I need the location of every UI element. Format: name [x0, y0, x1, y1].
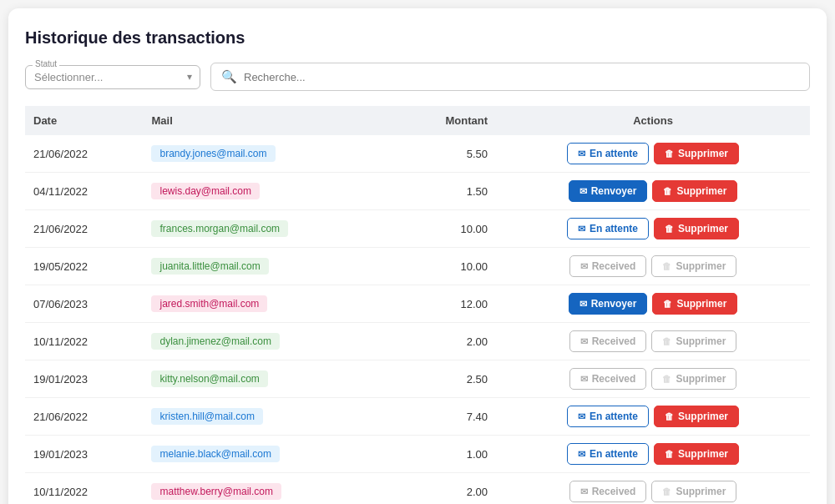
cell-actions: ✉Renvoyer🗑Supprimer	[496, 173, 810, 210]
cell-actions: ✉Received🗑Supprimer	[496, 248, 810, 285]
cell-mail: jared.smith@mail.com	[143, 285, 397, 323]
en-attente-button[interactable]: ✉En attente	[567, 443, 649, 465]
en-attente-button[interactable]: ✉En attente	[567, 143, 649, 164]
cell-mail: matthew.berry@mail.com	[143, 473, 397, 505]
cell-amount: 2.50	[398, 360, 496, 398]
cell-mail: brandy.jones@mail.com	[143, 135, 397, 173]
header-amount: Montant	[398, 106, 496, 135]
cell-date: 07/06/2023	[25, 285, 143, 323]
trash-icon: 🗑	[662, 486, 671, 496]
cell-actions: ✉Renvoyer🗑Supprimer	[496, 285, 810, 323]
supprimer-button[interactable]: 🗑Supprimer	[654, 443, 739, 465]
table-row: 19/01/2023melanie.black@mail.com1.00✉En …	[25, 436, 810, 473]
renvoyer-button[interactable]: ✉Renvoyer	[569, 180, 648, 202]
filters-row: Statut Sélectionner... ▾ 🔍	[25, 63, 810, 91]
status-select-value: Sélectionner...	[34, 71, 103, 83]
mail-badge: kristen.hill@mail.com	[151, 408, 263, 425]
status-select[interactable]: Statut Sélectionner... ▾	[25, 65, 200, 89]
table-header-row: Date Mail Montant Actions	[25, 106, 810, 135]
supprimer-button[interactable]: 🗑Supprimer	[651, 330, 736, 352]
received-button[interactable]: ✉Received	[569, 330, 647, 352]
mail-badge: dylan.jimenez@mail.com	[151, 333, 280, 350]
supprimer-button[interactable]: 🗑Supprimer	[654, 406, 739, 427]
table-row: 19/01/2023kitty.nelson@mail.com2.50✉Rece…	[25, 360, 810, 398]
cell-amount: 2.00	[398, 473, 496, 505]
cell-mail: melanie.black@mail.com	[143, 436, 397, 473]
envelope-icon: ✉	[580, 336, 588, 347]
cell-amount: 10.00	[398, 210, 496, 248]
trash-icon: 🗑	[663, 186, 672, 196]
cell-date: 04/11/2022	[25, 173, 143, 210]
envelope-icon: ✉	[579, 186, 587, 197]
supprimer-button[interactable]: 🗑Supprimer	[654, 218, 739, 239]
cell-mail: kristen.hill@mail.com	[143, 398, 397, 436]
envelope-icon: ✉	[578, 224, 585, 234]
supprimer-button[interactable]: 🗑Supprimer	[654, 143, 739, 164]
trash-icon: 🗑	[662, 374, 671, 384]
table-row: 04/11/2022lewis.day@mail.com1.50✉Renvoye…	[25, 173, 810, 210]
envelope-icon: ✉	[580, 261, 588, 272]
cell-date: 21/06/2022	[25, 135, 143, 173]
trash-icon: 🗑	[665, 224, 674, 234]
mail-badge: brandy.jones@mail.com	[151, 145, 275, 162]
cell-date: 10/11/2022	[25, 473, 143, 505]
cell-actions: ✉En attente🗑Supprimer	[496, 436, 810, 473]
cell-amount: 5.50	[398, 135, 496, 173]
cell-date: 10/11/2022	[25, 323, 143, 360]
cell-amount: 12.00	[398, 285, 496, 323]
table-row: 07/06/2023jared.smith@mail.com12.00✉Renv…	[25, 285, 810, 323]
envelope-icon: ✉	[580, 374, 588, 385]
supprimer-button[interactable]: 🗑Supprimer	[651, 481, 736, 502]
cell-mail: lewis.day@mail.com	[143, 173, 397, 210]
table-row: 10/11/2022matthew.berry@mail.com2.00✉Rec…	[25, 473, 810, 505]
search-input[interactable]	[244, 71, 799, 83]
cell-actions: ✉En attente🗑Supprimer	[496, 398, 810, 436]
cell-amount: 1.00	[398, 436, 496, 473]
received-button[interactable]: ✉Received	[569, 481, 647, 502]
mail-badge: lewis.day@mail.com	[151, 183, 260, 199]
envelope-icon: ✉	[579, 299, 587, 310]
received-button[interactable]: ✉Received	[569, 255, 647, 277]
en-attente-button[interactable]: ✉En attente	[567, 406, 649, 427]
header-mail: Mail	[143, 106, 397, 135]
mail-badge: frances.morgan@mail.com	[151, 220, 288, 237]
trash-icon: 🗑	[662, 261, 671, 271]
mail-badge: kitty.nelson@mail.com	[151, 370, 267, 387]
envelope-icon: ✉	[580, 486, 588, 497]
table-row: 21/06/2022frances.morgan@mail.com10.00✉E…	[25, 210, 810, 248]
cell-mail: frances.morgan@mail.com	[143, 210, 397, 248]
supprimer-button[interactable]: 🗑Supprimer	[652, 293, 737, 315]
cell-date: 19/01/2023	[25, 360, 143, 398]
trash-icon: 🗑	[665, 449, 674, 459]
supprimer-button[interactable]: 🗑Supprimer	[651, 368, 736, 390]
cell-actions: ✉Received🗑Supprimer	[496, 473, 810, 505]
mail-badge: melanie.black@mail.com	[151, 446, 280, 462]
supprimer-button[interactable]: 🗑Supprimer	[651, 255, 736, 277]
trash-icon: 🗑	[665, 411, 674, 421]
status-label: Statut	[33, 59, 59, 68]
cell-mail: kitty.nelson@mail.com	[143, 360, 397, 398]
cell-actions: ✉En attente🗑Supprimer	[496, 210, 810, 248]
cell-date: 21/06/2022	[25, 210, 143, 248]
received-button[interactable]: ✉Received	[569, 368, 647, 390]
mail-badge: juanita.little@mail.com	[151, 258, 268, 275]
trash-icon: 🗑	[663, 299, 672, 309]
main-card: Historique des transactions Statut Sélec…	[8, 8, 827, 504]
cell-date: 21/06/2022	[25, 398, 143, 436]
search-wrap: 🔍	[210, 63, 810, 91]
en-attente-button[interactable]: ✉En attente	[567, 218, 649, 239]
search-icon: 🔍	[221, 69, 237, 84]
cell-mail: dylan.jimenez@mail.com	[143, 323, 397, 360]
mail-badge: jared.smith@mail.com	[151, 295, 267, 312]
supprimer-button[interactable]: 🗑Supprimer	[652, 180, 737, 202]
envelope-icon: ✉	[578, 149, 585, 159]
renvoyer-button[interactable]: ✉Renvoyer	[569, 293, 648, 315]
table-row: 10/11/2022dylan.jimenez@mail.com2.00✉Rec…	[25, 323, 810, 360]
table-row: 21/06/2022kristen.hill@mail.com7.40✉En a…	[25, 398, 810, 436]
cell-date: 19/01/2023	[25, 436, 143, 473]
cell-amount: 10.00	[398, 248, 496, 285]
cell-date: 19/05/2022	[25, 248, 143, 285]
page-title: Historique des transactions	[25, 28, 810, 48]
header-actions: Actions	[496, 106, 810, 135]
header-date: Date	[25, 106, 143, 135]
